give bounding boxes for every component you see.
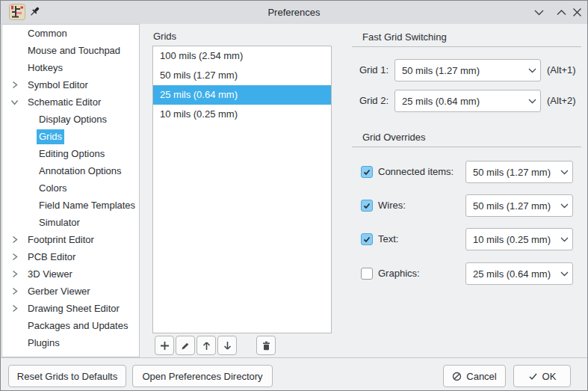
footer-divider bbox=[1, 357, 588, 358]
open-preferences-directory-button[interactable]: Open Preferences Directory bbox=[132, 365, 273, 387]
chevron-down-icon bbox=[556, 170, 572, 175]
delete-grid-button[interactable] bbox=[256, 336, 276, 355]
add-grid-button[interactable] bbox=[155, 336, 174, 355]
sidebar-item-gerber-viewer[interactable]: Gerber Viewer bbox=[2, 283, 139, 300]
chevron-down-icon bbox=[556, 203, 572, 209]
maximize-icon[interactable] bbox=[555, 7, 568, 18]
sidebar-item-packages-and-updates[interactable]: Packages and Updates bbox=[2, 317, 139, 334]
chevron-down-icon bbox=[556, 271, 572, 277]
ok-button[interactable]: OK bbox=[513, 365, 571, 387]
pencil-icon bbox=[180, 340, 191, 351]
preferences-sidebar: Common Mouse and Touchpad Hotkeys Symbol… bbox=[1, 24, 140, 357]
move-grid-up-button[interactable] bbox=[196, 336, 216, 355]
sidebar-item-drawing-sheet-editor[interactable]: Drawing Sheet Editor bbox=[2, 300, 139, 317]
sidebar-item-common[interactable]: Common bbox=[2, 25, 139, 42]
grid-list-item-selected[interactable]: 25 mils (0.64 mm) bbox=[153, 85, 331, 105]
sidebar-item-annotation-options[interactable]: Annotation Options bbox=[2, 162, 139, 179]
fast-grid-switching-title: Fast Grid Switching bbox=[362, 31, 447, 43]
arrow-up-icon bbox=[201, 340, 212, 351]
edit-grid-button[interactable] bbox=[176, 336, 195, 355]
sidebar-item-symbol-editor[interactable]: Symbol Editor bbox=[2, 76, 139, 93]
titlebar: Preferences bbox=[1, 1, 587, 24]
sidebar-item-field-name-templates[interactable]: Field Name Templates bbox=[2, 197, 139, 214]
sidebar-item-display-options[interactable]: Display Options bbox=[2, 111, 139, 128]
grid-overrides-title: Grid Overrides bbox=[362, 132, 426, 143]
sidebar-item-colors[interactable]: Colors bbox=[2, 179, 139, 197]
wires-dropdown[interactable]: 50 mils (1.27 mm) bbox=[465, 194, 573, 217]
chevron-down-icon bbox=[556, 237, 572, 242]
preferences-dialog: Preferences Common Mouse and Touchpad Ho… bbox=[0, 0, 588, 391]
chevron-right-icon[interactable] bbox=[10, 286, 19, 296]
sidebar-item-mouse-and-touchpad[interactable]: Mouse and Touchpad bbox=[2, 42, 139, 59]
section-divider bbox=[352, 147, 581, 147]
close-icon[interactable] bbox=[571, 7, 584, 18]
grid2-label: Grid 2: bbox=[352, 90, 389, 112]
plus-icon bbox=[159, 340, 170, 351]
grid1-dropdown[interactable]: 50 mils (1.27 mm) bbox=[394, 59, 541, 81]
grid-list-item[interactable]: 100 mils (2.54 mm) bbox=[153, 46, 331, 66]
graphics-checkbox[interactable] bbox=[361, 268, 373, 280]
wires-checkbox[interactable] bbox=[361, 200, 373, 212]
minimize-icon[interactable] bbox=[533, 7, 545, 18]
chevron-right-icon[interactable] bbox=[10, 252, 19, 262]
sidebar-item-pcb-editor[interactable]: PCB Editor bbox=[2, 248, 139, 265]
grids-list-label: Grids bbox=[153, 31, 176, 42]
chevron-right-icon[interactable] bbox=[10, 235, 19, 244]
sidebar-item-hotkeys[interactable]: Hotkeys bbox=[2, 59, 139, 76]
chevron-right-icon[interactable] bbox=[10, 304, 19, 313]
sidebar-item-3d-viewer[interactable]: 3D Viewer bbox=[2, 265, 139, 283]
move-grid-down-button[interactable] bbox=[217, 336, 237, 355]
sidebar-item-schematic-editor[interactable]: Schematic Editor bbox=[2, 93, 139, 111]
text-label: Text: bbox=[378, 228, 398, 250]
sidebar-item-footprint-editor[interactable]: Footprint Editor bbox=[2, 231, 139, 248]
cancel-icon bbox=[452, 372, 462, 381]
connected-items-dropdown[interactable]: 50 mils (1.27 mm) bbox=[465, 161, 573, 183]
chevron-down-icon bbox=[524, 68, 540, 73]
text-dropdown[interactable]: 10 mils (0.25 mm) bbox=[465, 228, 573, 250]
chevron-right-icon[interactable] bbox=[10, 269, 19, 279]
grid2-shortcut: (Alt+2) bbox=[547, 90, 576, 112]
sidebar-item-plugins[interactable]: Plugins bbox=[2, 334, 139, 351]
chevron-right-icon[interactable] bbox=[10, 80, 19, 90]
grid-list-item[interactable]: 50 mils (1.27 mm) bbox=[153, 66, 331, 85]
grid-list-item[interactable]: 10 mils (0.25 mm) bbox=[153, 105, 331, 124]
check-icon bbox=[528, 372, 538, 381]
graphics-dropdown[interactable]: 25 mils (0.64 mm) bbox=[465, 262, 573, 285]
cancel-button[interactable]: Cancel bbox=[443, 365, 506, 387]
graphics-label: Graphics: bbox=[378, 262, 420, 285]
trash-icon bbox=[261, 340, 272, 351]
arrow-down-icon bbox=[222, 340, 233, 351]
grids-list: 100 mils (2.54 mm) 50 mils (1.27 mm) 25 … bbox=[152, 46, 332, 333]
sidebar-item-grids[interactable]: Grids bbox=[2, 128, 139, 145]
connected-items-label: Connected items: bbox=[378, 161, 454, 183]
text-checkbox[interactable] bbox=[361, 233, 373, 245]
chevron-down-icon[interactable] bbox=[10, 97, 19, 107]
reset-grids-button[interactable]: Reset Grids to Defaults bbox=[8, 365, 126, 387]
sidebar-item-simulator[interactable]: Simulator bbox=[2, 214, 139, 231]
wires-label: Wires: bbox=[378, 194, 406, 217]
section-divider bbox=[352, 46, 581, 47]
sidebar-item-editing-options[interactable]: Editing Options bbox=[2, 145, 139, 162]
chevron-down-icon bbox=[524, 99, 540, 104]
connected-items-checkbox[interactable] bbox=[361, 166, 373, 178]
window-title: Preferences bbox=[1, 1, 587, 24]
grid1-shortcut: (Alt+1) bbox=[547, 59, 576, 81]
grid2-dropdown[interactable]: 25 mils (0.64 mm) bbox=[394, 90, 541, 112]
grid1-label: Grid 1: bbox=[352, 59, 389, 81]
